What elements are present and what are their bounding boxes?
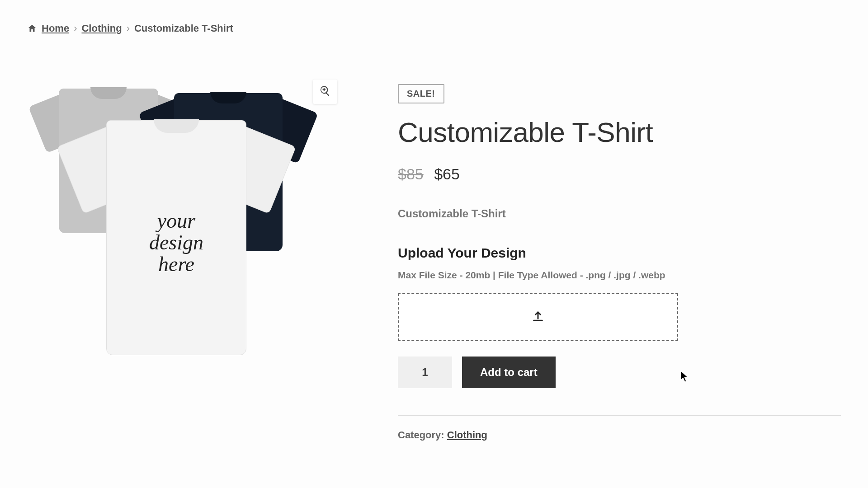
home-icon xyxy=(27,23,37,33)
upload-dropzone[interactable] xyxy=(398,293,678,341)
upload-icon xyxy=(531,309,545,325)
product-gallery: your design your design your design here xyxy=(27,84,344,441)
breadcrumb-category-link[interactable]: Clothing xyxy=(81,23,122,34)
category-label: Category: xyxy=(398,429,447,441)
product-title: Customizable T-Shirt xyxy=(398,116,841,148)
chevron-right-icon: › xyxy=(127,23,130,34)
breadcrumb-home-link[interactable]: Home xyxy=(42,23,69,34)
price-original: $85 xyxy=(398,165,424,183)
sale-badge: SALE! xyxy=(398,84,444,103)
upload-hint: Max File Size - 20mb | File Type Allowed… xyxy=(398,270,841,281)
short-description: Customizable T-Shirt xyxy=(398,207,841,220)
category-link[interactable]: Clothing xyxy=(447,429,487,441)
product-price: $85 $65 xyxy=(398,165,841,183)
divider xyxy=(398,415,841,416)
breadcrumb: Home › Clothing › Customizable T-Shirt xyxy=(27,0,841,48)
quantity-input[interactable] xyxy=(398,357,452,388)
chevron-right-icon: › xyxy=(74,23,77,34)
product-details: SALE! Customizable T-Shirt $85 $65 Custo… xyxy=(398,84,841,441)
cart-row: Add to cart xyxy=(398,357,841,388)
product-layout: your design your design your design here… xyxy=(27,48,841,441)
price-sale: $65 xyxy=(434,165,460,183)
product-image[interactable]: your design your design your design here xyxy=(27,84,344,364)
upload-heading: Upload Your Design xyxy=(398,245,841,261)
tshirt-white: your design here xyxy=(77,120,276,360)
add-to-cart-button[interactable]: Add to cart xyxy=(462,357,556,388)
product-category: Category: Clothing xyxy=(398,429,841,441)
breadcrumb-current: Customizable T-Shirt xyxy=(134,23,233,34)
